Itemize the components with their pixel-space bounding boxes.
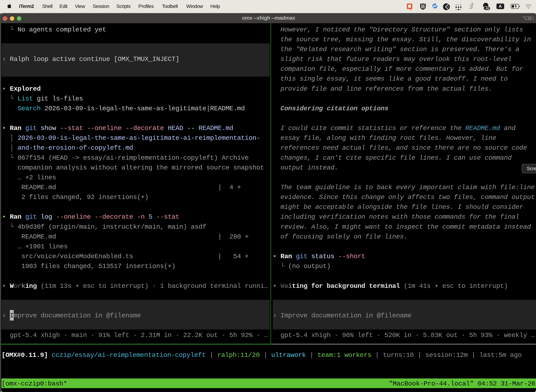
svg-text:1: 1 [532,16,534,21]
svg-text:..61: ..61 [484,7,489,10]
